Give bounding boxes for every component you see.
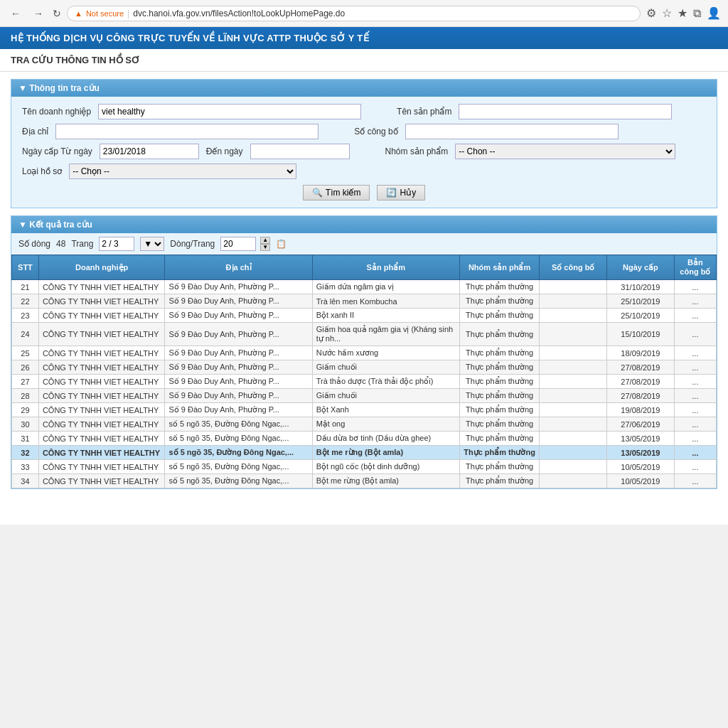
ngay-cap-input[interactable] (100, 144, 199, 159)
table-row[interactable]: 30CÔNG TY TNHH VIET HEALTHYsố 5 ngõ 35, … (12, 417, 717, 432)
cell-nhom: Thực phẩm thường (459, 389, 539, 403)
cell-ngay: 13/05/2019 (607, 432, 675, 446)
cell-stt: 33 (12, 460, 39, 474)
cancel-button[interactable]: 🔄 Hủy (377, 185, 425, 200)
table-row[interactable]: 32CÔNG TY TNHH VIET HEALTHYsố 5 ngõ 35, … (12, 446, 717, 460)
page-select[interactable]: ▼ (140, 237, 164, 251)
cell-ban: ... (674, 323, 716, 346)
cell-dc: số 5 ngõ 35, Đường Đông Ngac,... (165, 417, 312, 432)
so-cong-bo-input[interactable] (405, 124, 619, 139)
search-button[interactable]: 🔍 Tìm kiếm (303, 185, 370, 200)
spin-control: ▲ ▼ (260, 237, 270, 251)
cell-dn: CÔNG TY TNHH VIET HEALTHY (38, 346, 165, 360)
col-header-stt: STT (12, 255, 39, 280)
table-row[interactable]: 34CÔNG TY TNHH VIET HEALTHYsố 5 ngõ 35, … (12, 474, 717, 488)
form-row-2: Địa chỉ Số công bố (22, 124, 706, 139)
table-row[interactable]: 27CÔNG TY TNHH VIET HEALTHYSố 9 Đào Duy … (12, 375, 717, 389)
tablet-icon[interactable]: ⧉ (693, 7, 701, 20)
table-row[interactable]: 22CÔNG TY TNHH VIET HEALTHYSố 9 Đào Duy … (12, 294, 717, 309)
table-row[interactable]: 23CÔNG TY TNHH VIET HEALTHYSố 9 Đào Duy … (12, 309, 717, 323)
results-panel: ▼ Kết quả tra cứu Số dòng 48 Trang ▼ Dòn… (11, 215, 717, 489)
search-form: Tên doanh nghiệp Tên sản phẩm Địa chỉ Số… (11, 97, 717, 208)
table-row[interactable]: 33CÔNG TY TNHH VIET HEALTHYsố 5 ngõ 35, … (12, 460, 717, 474)
cell-sp: Bột ngũ cốc (bột dinh dưỡng) (312, 460, 459, 474)
cell-sp: Giấm dứa ngâm gia vị (312, 280, 459, 294)
reload-button[interactable]: ↻ (53, 8, 61, 19)
cell-ban: ... (674, 346, 716, 360)
cell-dn: CÔNG TY TNHH VIET HEALTHY (38, 294, 165, 309)
cell-ban: ... (674, 389, 716, 403)
cell-scb (540, 360, 607, 375)
cell-sp: Bột me rừng (Bột amla) (312, 446, 459, 460)
cell-scb (540, 309, 607, 323)
trang-label: Trang (71, 239, 93, 249)
cell-ban: ... (674, 460, 716, 474)
so-dong-label: Số dòng (18, 239, 50, 249)
nhom-sp-label: Nhóm sản phẩm (385, 146, 449, 156)
ten-dn-input[interactable] (98, 104, 361, 119)
cell-sp: Bột xanh II (312, 309, 459, 323)
loai-hs-select[interactable]: -- Chọn -- (69, 164, 296, 179)
cell-nhom: Thực phẩm thường (459, 294, 539, 309)
header-bar: HỆ THỐNG DỊCH VỤ CÔNG TRỰC TUYẾN VỀ LĨNH… (0, 27, 728, 49)
table-row[interactable]: 24CÔNG TY TNHH VIET HEALTHYSố 9 Đào Duy … (12, 323, 717, 346)
cell-scb (540, 294, 607, 309)
cell-nhom: Thực phẩm thường (459, 309, 539, 323)
cell-ngay: 13/05/2019 (607, 446, 675, 460)
spin-down-button[interactable]: ▼ (260, 244, 270, 251)
cell-sp: Trà lên men Kombucha (312, 294, 459, 309)
cell-stt: 21 (12, 280, 39, 294)
cell-nhom: Thực phẩm thường (459, 280, 539, 294)
cell-ban: ... (674, 432, 716, 446)
table-row[interactable]: 31CÔNG TY TNHH VIET HEALTHYsố 5 ngõ 35, … (12, 432, 717, 446)
not-secure-icon: ▲ (75, 9, 82, 18)
table-row[interactable]: 26CÔNG TY TNHH VIET HEALTHYSố 9 Đào Duy … (12, 360, 717, 375)
back-button[interactable]: ← (7, 6, 24, 21)
loai-hs-label: Loại hồ sơ (22, 166, 62, 176)
address-bar[interactable]: ▲ Not secure | dvc.hanoi.vfa.gov.vn/file… (67, 6, 641, 21)
table-row[interactable]: 29CÔNG TY TNHH VIET HEALTHYSố 9 Đào Duy … (12, 403, 717, 417)
export-icon[interactable]: 📋 (276, 239, 287, 249)
nhom-sp-select[interactable]: -- Chon -- (455, 144, 675, 159)
form-row-1: Tên doanh nghiệp Tên sản phẩm (22, 104, 706, 119)
cell-dc: Số 9 Đào Duy Anh, Phường P... (165, 323, 312, 346)
ten-dn-label: Tên doanh nghiệp (22, 107, 91, 117)
dong-trang-input[interactable] (220, 237, 256, 251)
cell-ban: ... (674, 294, 716, 309)
main-content: ▼ Thông tin tra cứu Tên doanh nghiệp Tên… (0, 72, 728, 496)
cell-dn: CÔNG TY TNHH VIET HEALTHY (38, 403, 165, 417)
den-ngay-input[interactable] (250, 144, 350, 159)
cell-dc: số 5 ngõ 35, Đường Đông Ngac,... (165, 474, 312, 488)
data-table: STT Doanh nghiệp Địa chỉ Sản phẩm Nhóm s… (11, 255, 717, 488)
cell-ngay: 27/08/2019 (607, 375, 675, 389)
ten-sp-input[interactable] (459, 104, 672, 119)
user-icon[interactable]: 👤 (707, 6, 721, 20)
cell-scb (540, 403, 607, 417)
trang-input[interactable] (99, 237, 134, 251)
cell-sp: Giấm hoa quả ngâm gia vị (Kháng sinh tự … (312, 323, 459, 346)
cell-ngay: 25/10/2019 (607, 294, 675, 309)
col-header-scb: Số công bố (540, 255, 607, 280)
cell-nhom: Thực phẩm thường (459, 446, 539, 460)
form-actions: 🔍 Tìm kiếm 🔄 Hủy (22, 185, 706, 200)
so-dong-value: 48 (56, 239, 65, 249)
table-row[interactable]: 21CÔNG TY TNHH VIET HEALTHYSố 9 Đào Duy … (12, 280, 717, 294)
star-icon[interactable]: ★ (678, 6, 687, 20)
forward-button[interactable]: → (30, 6, 47, 21)
cell-stt: 30 (12, 417, 39, 432)
cancel-icon: 🔄 (386, 188, 397, 198)
cell-ban: ... (674, 474, 716, 488)
cell-dc: Số 9 Đào Duy Anh, Phường P... (165, 389, 312, 403)
cell-ban: ... (674, 360, 716, 375)
cell-scb (540, 346, 607, 360)
settings-icon[interactable]: ⚙ (646, 6, 656, 20)
browser-actions: ⚙ ☆ ★ ⧉ 👤 (646, 6, 721, 20)
dia-chi-input[interactable] (55, 124, 318, 139)
cell-dc: số 5 ngõ 35, Đường Đông Ngac,... (165, 446, 312, 460)
cell-dn: CÔNG TY TNHH VIET HEALTHY (38, 375, 165, 389)
table-row[interactable]: 25CÔNG TY TNHH VIET HEALTHYSố 9 Đào Duy … (12, 346, 717, 360)
spin-up-button[interactable]: ▲ (260, 237, 270, 244)
table-row[interactable]: 28CÔNG TY TNHH VIET HEALTHYSố 9 Đào Duy … (12, 389, 717, 403)
cell-dc: Số 9 Đào Duy Anh, Phường P... (165, 403, 312, 417)
bookmark-icon[interactable]: ☆ (662, 6, 672, 20)
